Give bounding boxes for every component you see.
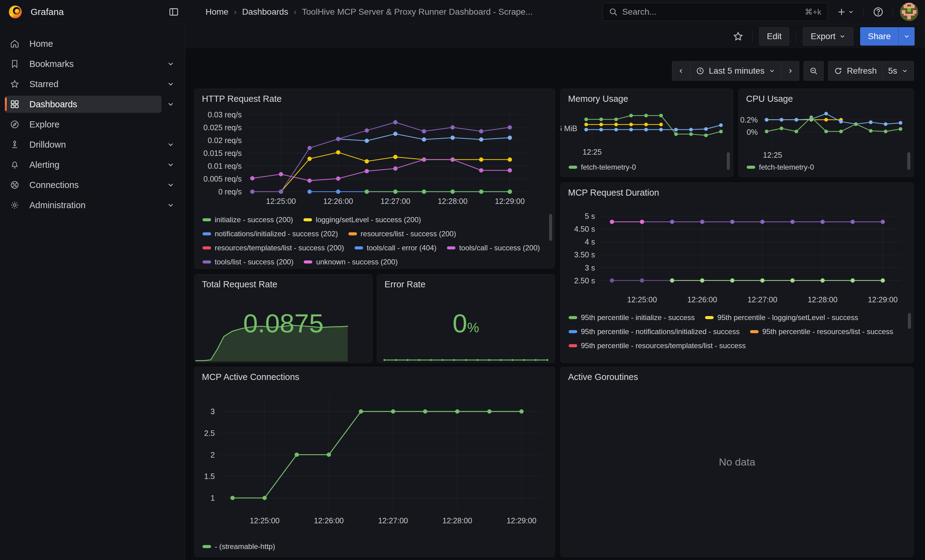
- mcp-active-connections-chart[interactable]: 12:25:0012:26:0012:27:0012:28:0012:29:00…: [194, 367, 554, 557]
- duration-legend: 95th percentile - initialize - success 9…: [569, 313, 900, 361]
- legend-item[interactable]: initialize - success (200): [202, 215, 293, 224]
- refresh-button[interactable]: Refresh: [828, 61, 883, 81]
- legend-item[interactable]: 95th percentile - logging/setLevel - suc…: [705, 313, 858, 322]
- share-options-button[interactable]: [898, 27, 914, 45]
- plug-icon: [10, 180, 20, 190]
- sidebar-item-label: Bookmarks: [29, 59, 74, 69]
- panel-title[interactable]: Active Goroutines: [568, 372, 638, 382]
- svg-text:3: 3: [211, 407, 215, 416]
- legend-item[interactable]: tools/call - error (404): [354, 243, 437, 252]
- legend-item[interactable]: fetch-telemetry-0: [569, 163, 636, 172]
- legend-item[interactable]: - (streamable-http): [202, 542, 275, 551]
- dashboards-grid-icon: [10, 99, 20, 109]
- dock-sidebar-icon[interactable]: [165, 3, 182, 21]
- series-color-swatch: [202, 246, 211, 249]
- chevron-down-icon[interactable]: [161, 161, 180, 169]
- add-button[interactable]: [835, 3, 856, 21]
- share-split-button: Share: [860, 27, 914, 45]
- star-icon: [10, 79, 20, 89]
- legend-scrollbar[interactable]: [907, 152, 910, 170]
- panel-title[interactable]: CPU Usage: [746, 94, 793, 104]
- svg-text:12:25: 12:25: [763, 151, 782, 159]
- series-color-swatch: [569, 330, 577, 333]
- breadcrumb-home[interactable]: Home: [206, 7, 229, 17]
- sidebar-item-dashboards[interactable]: Dashboards: [5, 95, 180, 114]
- grafana-logo-icon[interactable]: [8, 5, 23, 19]
- legend-item[interactable]: 95th percentile - initialize - success: [569, 313, 695, 322]
- svg-text:0.2%: 0.2%: [740, 116, 758, 124]
- panel-title[interactable]: Error Rate: [384, 279, 425, 290]
- sidebar-item-administration[interactable]: Administration: [5, 195, 180, 215]
- brand-name: Grafana: [30, 7, 63, 17]
- panel-total-request-rate: Total Request Rate 0.0875: [194, 274, 372, 363]
- chevron-down-icon[interactable]: [161, 181, 180, 189]
- legend-scrollbar[interactable]: [908, 313, 911, 329]
- panel-title[interactable]: Memory Usage: [568, 94, 628, 104]
- avatar[interactable]: [900, 3, 918, 21]
- sidebar-item-home[interactable]: Home: [5, 34, 180, 54]
- edit-button[interactable]: Edit: [759, 27, 789, 45]
- search-icon: [609, 8, 618, 17]
- time-back-button[interactable]: [672, 61, 690, 81]
- series-color-swatch: [348, 232, 357, 236]
- refresh-interval-picker[interactable]: 5s: [883, 61, 914, 81]
- svg-text:12:28:00: 12:28:00: [442, 516, 472, 525]
- panel-mcp-request-duration: 12:25:0012:26:0012:27:0012:28:0012:29:00…: [560, 183, 914, 363]
- http-legend: initialize - success (200) logging/setLe…: [202, 215, 542, 267]
- legend-item[interactable]: tools/call - success (200): [447, 243, 540, 252]
- search-input[interactable]: Search... ⌘+k: [602, 3, 828, 21]
- legend-item[interactable]: unknown - success (200): [304, 257, 398, 267]
- chevron-down-icon[interactable]: [161, 80, 180, 88]
- connections-legend: - (streamable-http): [202, 542, 275, 551]
- legend-scrollbar[interactable]: [727, 152, 730, 170]
- legend-item[interactable]: notifications/initialized - success (202…: [202, 229, 338, 239]
- zoom-out-button[interactable]: [804, 61, 824, 81]
- breadcrumb-dashboards[interactable]: Dashboards: [242, 7, 288, 17]
- time-forward-button[interactable]: [781, 61, 799, 81]
- chevron-down-icon[interactable]: [161, 100, 180, 108]
- search-shortcut: ⌘+k: [805, 8, 821, 17]
- panel-title[interactable]: MCP Request Duration: [568, 188, 659, 198]
- svg-text:2: 2: [211, 450, 215, 459]
- sidebar-item-label: Home: [29, 39, 53, 49]
- svg-text:4 s: 4 s: [585, 237, 595, 246]
- breadcrumb-separator: ›: [234, 8, 237, 17]
- sidebar-item-bookmarks[interactable]: Bookmarks: [5, 54, 180, 74]
- legend-item[interactable]: 95th percentile - notifications/initiali…: [569, 327, 740, 336]
- favorite-star-icon[interactable]: [732, 31, 744, 42]
- chevron-down-icon[interactable]: [161, 60, 180, 68]
- svg-text:1: 1: [211, 494, 215, 502]
- sidebar-item-connections[interactable]: Connections: [5, 175, 180, 195]
- series-color-swatch: [747, 166, 755, 169]
- legend-item[interactable]: logging/setLevel - success (200): [303, 215, 421, 224]
- nav-actions: Search... ⌘+k: [602, 3, 925, 21]
- legend-item[interactable]: resources/templates/list - success (200): [202, 243, 344, 252]
- export-button[interactable]: Export: [803, 27, 853, 45]
- svg-text:12:27:00: 12:27:00: [747, 295, 777, 304]
- chevron-down-icon[interactable]: [161, 201, 180, 209]
- panel-cpu-usage: 12:250.2%0% CPU Usage fetch-telemetry-0: [738, 89, 914, 177]
- legend-item[interactable]: resources/list - success (200): [348, 229, 456, 239]
- legend-item[interactable]: tools/list - success (200): [202, 257, 293, 267]
- dashboard-canvas: Last 5 minutes Refresh 5s: [185, 48, 925, 560]
- sidebar-item-explore[interactable]: Explore: [5, 115, 180, 134]
- chevron-down-icon: [839, 33, 846, 40]
- chevron-down-icon: [848, 9, 854, 15]
- share-button[interactable]: Share: [860, 27, 898, 45]
- legend-item[interactable]: fetch-telemetry-0: [747, 163, 814, 172]
- sidebar-item-starred[interactable]: Starred: [5, 74, 180, 94]
- time-range-picker[interactable]: Last 5 minutes: [690, 61, 781, 81]
- panel-error-rate: Error Rate 0%: [377, 274, 555, 363]
- sidebar-item-alerting[interactable]: Alerting: [5, 155, 180, 174]
- chevron-down-icon[interactable]: [161, 141, 180, 149]
- sidebar-item-label: Alerting: [29, 160, 59, 170]
- sidebar-item-drilldown[interactable]: Drilldown: [5, 135, 180, 155]
- svg-text:12:26:00: 12:26:00: [314, 516, 343, 525]
- legend-scrollbar[interactable]: [549, 214, 552, 241]
- legend-item[interactable]: 95th percentile - resources/list - succe…: [750, 327, 893, 336]
- legend-item[interactable]: 95th percentile - resources/templates/li…: [569, 341, 746, 350]
- panel-title[interactable]: HTTP Request Rate: [202, 94, 282, 104]
- help-button[interactable]: [870, 3, 886, 21]
- panel-title[interactable]: MCP Active Connections: [202, 372, 300, 382]
- panel-title[interactable]: Total Request Rate: [202, 279, 277, 290]
